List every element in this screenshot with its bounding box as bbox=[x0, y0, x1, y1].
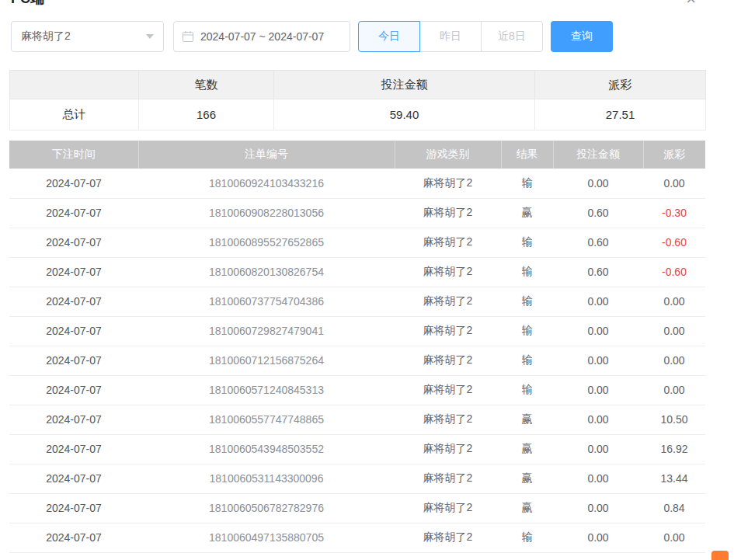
bet-table-body: 2024-07-07 1810060924103433216 麻将胡了2 输 0… bbox=[9, 169, 705, 552]
game-select[interactable]: 麻将胡了2 bbox=[11, 21, 164, 52]
cell-bet-time: 2024-07-07 bbox=[9, 464, 138, 493]
cell-result: 输 bbox=[501, 257, 553, 287]
yesterday-button[interactable]: 昨日 bbox=[419, 21, 482, 52]
floating-service-icon[interactable] bbox=[711, 551, 729, 560]
cell-result: 输 bbox=[501, 375, 553, 405]
today-button[interactable]: 今日 bbox=[358, 21, 420, 52]
header-game-type: 游戏类别 bbox=[395, 141, 501, 169]
betting-records-panel: PC端 × 麻将胡了2 2024-07-07 ~ 2024-07-07 今日 昨… bbox=[0, 0, 741, 560]
table-row: 2024-07-07 1810060497135880705 麻将胡了2 输 0… bbox=[9, 523, 705, 552]
cell-payout: 16.92 bbox=[643, 434, 705, 464]
table-row: 2024-07-07 1810060712156875264 麻将胡了2 输 0… bbox=[9, 346, 705, 375]
cell-game-type: 麻将胡了2 bbox=[395, 287, 501, 316]
table-row: 2024-07-07 1810060571240845313 麻将胡了2 输 0… bbox=[9, 375, 705, 405]
cell-result: 输 bbox=[501, 523, 553, 552]
cell-bet-id: 1810060820130826754 bbox=[138, 257, 395, 287]
cell-game-type: 麻将胡了2 bbox=[395, 346, 501, 375]
cell-result: 赢 bbox=[501, 493, 553, 523]
cell-bet-time: 2024-07-07 bbox=[9, 346, 138, 375]
table-row: 2024-07-07 1810060543948503552 麻将胡了2 赢 0… bbox=[9, 434, 705, 464]
cell-game-type: 麻将胡了2 bbox=[395, 523, 501, 552]
header-bet-amount: 投注金额 bbox=[553, 141, 643, 169]
cell-bet-time: 2024-07-07 bbox=[9, 523, 138, 552]
cell-payout: 0.00 bbox=[643, 169, 705, 198]
cell-payout: 10.50 bbox=[643, 405, 705, 434]
cell-result: 赢 bbox=[501, 405, 553, 434]
cell-bet-time: 2024-07-07 bbox=[9, 405, 138, 434]
cell-bet-amount: 0.00 bbox=[553, 405, 643, 434]
cell-bet-amount: 0.00 bbox=[553, 464, 643, 493]
cell-game-type: 麻将胡了2 bbox=[395, 464, 501, 493]
last-8-days-button[interactable]: 近8日 bbox=[481, 21, 543, 52]
cell-game-type: 麻将胡了2 bbox=[395, 257, 501, 287]
cell-payout: -0.30 bbox=[643, 198, 705, 228]
header-bet-time: 下注时间 bbox=[9, 141, 138, 169]
calendar-icon bbox=[182, 30, 194, 43]
cell-game-type: 麻将胡了2 bbox=[395, 405, 501, 434]
cell-bet-amount: 0.00 bbox=[553, 316, 643, 346]
cell-bet-amount: 0.00 bbox=[553, 346, 643, 375]
cell-result: 输 bbox=[501, 169, 553, 198]
cell-bet-id: 1810060506782782976 bbox=[138, 493, 395, 523]
cell-game-type: 麻将胡了2 bbox=[395, 169, 501, 198]
summary-count-value: 166 bbox=[139, 99, 274, 130]
cell-bet-time: 2024-07-07 bbox=[9, 287, 138, 316]
cell-bet-time: 2024-07-07 bbox=[9, 257, 138, 287]
cell-payout: -0.60 bbox=[643, 228, 705, 257]
cell-payout: 0.00 bbox=[643, 375, 705, 405]
cell-bet-id: 1810060924103433216 bbox=[138, 169, 395, 198]
cell-bet-time: 2024-07-07 bbox=[9, 434, 138, 464]
cell-bet-time: 2024-07-07 bbox=[9, 375, 138, 405]
cell-result: 输 bbox=[501, 287, 553, 316]
cell-game-type: 麻将胡了2 bbox=[395, 316, 501, 346]
cell-bet-amount: 0.60 bbox=[553, 228, 643, 257]
table-row: 2024-07-07 1810060531143300096 麻将胡了2 赢 0… bbox=[9, 464, 705, 493]
cell-result: 赢 bbox=[501, 434, 553, 464]
cell-bet-id: 1810060497135880705 bbox=[138, 523, 395, 552]
cell-game-type: 麻将胡了2 bbox=[395, 375, 501, 405]
summary-total-label: 总计 bbox=[10, 99, 139, 130]
cell-payout: -0.60 bbox=[643, 257, 705, 287]
query-button[interactable]: 查询 bbox=[551, 21, 613, 52]
table-row: 2024-07-07 1810060737754704386 麻将胡了2 输 0… bbox=[9, 287, 705, 316]
summary-header-empty bbox=[10, 71, 139, 99]
cell-game-type: 麻将胡了2 bbox=[395, 493, 501, 523]
close-icon[interactable]: × bbox=[686, 0, 696, 8]
cell-bet-time: 2024-07-07 bbox=[9, 169, 138, 198]
chevron-down-icon bbox=[146, 34, 154, 39]
table-row: 2024-07-07 1810060557747748865 麻将胡了2 赢 0… bbox=[9, 405, 705, 434]
cell-result: 输 bbox=[501, 316, 553, 346]
cell-bet-amount: 0.00 bbox=[553, 375, 643, 405]
quick-range-group: 今日 昨日 近8日 bbox=[358, 21, 543, 52]
game-select-value: 麻将胡了2 bbox=[21, 30, 71, 43]
cell-result: 赢 bbox=[501, 464, 553, 493]
cell-payout: 0.00 bbox=[643, 346, 705, 375]
cell-bet-time: 2024-07-07 bbox=[9, 198, 138, 228]
cell-bet-id: 1810060557747748865 bbox=[138, 405, 395, 434]
table-row: 2024-07-07 1810060908228013056 麻将胡了2 赢 0… bbox=[9, 198, 705, 228]
cell-bet-time: 2024-07-07 bbox=[9, 228, 138, 257]
date-range-value: 2024-07-07 ~ 2024-07-07 bbox=[200, 30, 324, 43]
cell-result: 赢 bbox=[501, 198, 553, 228]
cell-payout: 0.84 bbox=[643, 493, 705, 523]
page-title: PC端 bbox=[11, 0, 44, 8]
bet-records-table: 下注时间 注单编号 游戏类别 结果 投注金额 派彩 2024-07-07 181… bbox=[9, 141, 705, 553]
header-result: 结果 bbox=[501, 141, 553, 169]
summary-total-row: 总计 166 59.40 27.51 bbox=[10, 99, 706, 130]
summary-header-bet-amount: 投注金额 bbox=[274, 71, 535, 99]
cell-bet-id: 1810060908228013056 bbox=[138, 198, 395, 228]
cell-game-type: 麻将胡了2 bbox=[395, 228, 501, 257]
summary-header-count: 笔数 bbox=[139, 71, 274, 99]
summary-header-row: 笔数 投注金额 派彩 bbox=[10, 71, 706, 99]
cell-result: 输 bbox=[501, 228, 553, 257]
date-range-picker[interactable]: 2024-07-07 ~ 2024-07-07 bbox=[173, 21, 350, 52]
cell-payout: 0.00 bbox=[643, 316, 705, 346]
table-row: 2024-07-07 1810060895527652865 麻将胡了2 输 0… bbox=[9, 228, 705, 257]
cell-bet-id: 1810060895527652865 bbox=[138, 228, 395, 257]
cell-bet-amount: 0.00 bbox=[553, 169, 643, 198]
cell-result: 输 bbox=[501, 346, 553, 375]
header-payout: 派彩 bbox=[643, 141, 705, 169]
records-header-row: 下注时间 注单编号 游戏类别 结果 投注金额 派彩 bbox=[9, 141, 705, 169]
table-row: 2024-07-07 1810060820130826754 麻将胡了2 输 0… bbox=[9, 257, 705, 287]
cell-payout: 0.00 bbox=[643, 287, 705, 316]
